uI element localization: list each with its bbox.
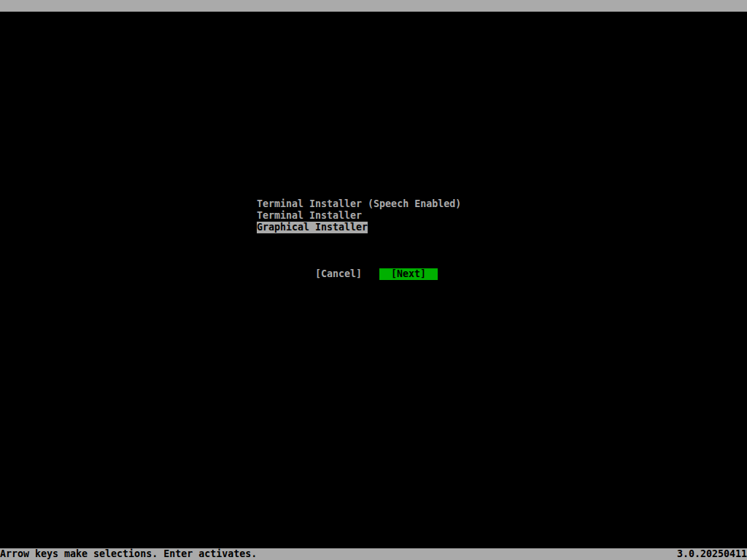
title-bar: Select Installation Experience bbox=[0, 0, 747, 12]
installer-experience-menu: Terminal Installer (Speech Enabled) Term… bbox=[257, 198, 461, 233]
button-row: [Cancel] [Next] bbox=[0, 268, 747, 280]
status-help-text: Arrow keys make selections. Enter activa… bbox=[0, 548, 257, 560]
cancel-button[interactable]: [Cancel] bbox=[315, 268, 362, 280]
page-title: Select Installation Experience bbox=[292, 12, 467, 23]
menu-item-terminal-installer[interactable]: Terminal Installer bbox=[257, 210, 362, 222]
next-button[interactable]: [Next] bbox=[379, 268, 438, 280]
menu-item-graphical-installer[interactable]: Graphical Installer bbox=[257, 222, 368, 233]
menu-item-terminal-installer-speech[interactable]: Terminal Installer (Speech Enabled) bbox=[257, 198, 461, 210]
version-label: 3.0.20250411 bbox=[677, 548, 747, 560]
status-bar: Arrow keys make selections. Enter activa… bbox=[0, 548, 747, 560]
installer-screen: { "title_bar": { "title": "Select Instal… bbox=[0, 0, 747, 560]
